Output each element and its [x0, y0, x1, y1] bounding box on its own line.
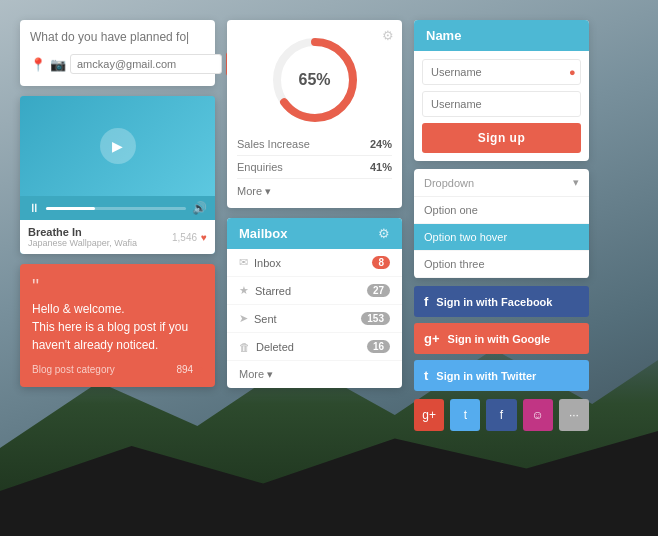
volume-icon[interactable]: 🔊	[192, 201, 207, 215]
google-icon: g+	[424, 331, 440, 346]
facebook-icon: f	[424, 294, 428, 309]
facebook-small-icon[interactable]: f	[486, 399, 516, 431]
settings-icon[interactable]: ⚙	[382, 28, 394, 43]
mail-item-starred[interactable]: ★ Starred 27	[227, 277, 402, 305]
twitter-small-icon[interactable]: t	[450, 399, 480, 431]
column-1: 📍 📷 ➤ ▶ ⏸ 🔊 Breathe In Japanese	[20, 20, 215, 516]
form-header: Name	[414, 20, 589, 51]
twitter-label: Sign in with Twitter	[436, 370, 536, 382]
dropdown-option-3[interactable]: Option three	[414, 251, 589, 278]
dropdown-card: Dropdown ▾ Option one Option two hover O…	[414, 169, 589, 278]
google-label: Sign in with Google	[448, 333, 551, 345]
track-title: Breathe In	[28, 226, 137, 238]
stat-value-0: 24%	[370, 138, 392, 150]
blog-text: Hello & welcome. This here is a blog pos…	[32, 300, 203, 354]
inbox-icon: ✉	[239, 256, 248, 269]
progress-bar[interactable]	[46, 207, 186, 210]
starred-icon: ★	[239, 284, 249, 297]
player-controls: ⏸ 🔊	[20, 196, 215, 220]
gplus-small-icon[interactable]: g+	[414, 399, 444, 431]
mail-item-left: ✉ Inbox	[239, 256, 281, 269]
mailbox-settings-icon[interactable]: ⚙	[378, 226, 390, 241]
stats-more-link[interactable]: More ▾	[237, 185, 271, 198]
mailbox-header: Mailbox ⚙	[227, 218, 402, 249]
form-body: ● Sign up	[414, 51, 589, 161]
progress-percent: 65%	[298, 71, 330, 89]
heart-icon[interactable]: ♥	[201, 232, 207, 243]
deleted-badge: 16	[367, 340, 390, 353]
username-field-wrapper: ●	[422, 59, 581, 85]
stat-label-1: Enquiries	[237, 161, 283, 173]
deleted-icon: 🗑	[239, 341, 250, 353]
search-input[interactable]	[30, 30, 205, 44]
pause-button[interactable]: ⏸	[28, 201, 40, 215]
camera-icon[interactable]: 📷	[50, 57, 66, 72]
like-icon[interactable]: ♥	[197, 364, 203, 375]
required-indicator: ●	[569, 66, 576, 78]
location-icon[interactable]: 📍	[30, 57, 46, 72]
sent-label: Sent	[254, 313, 277, 325]
stat-label-0: Sales Increase	[237, 138, 310, 150]
search-toolbar: 📍 📷 ➤	[30, 52, 205, 76]
stat-row: Sales Increase 24%	[237, 133, 392, 156]
dropdown-option-1[interactable]: Option one	[414, 197, 589, 224]
chevron-down-icon: ▾	[573, 176, 579, 189]
player-visual: ▶	[20, 96, 215, 196]
donut-chart: 65%	[270, 35, 360, 125]
instagram-small-icon[interactable]: ☺	[523, 399, 553, 431]
track-subtitle: Japanese Wallpaper, Wafia	[28, 238, 137, 248]
quote-mark: "	[32, 276, 203, 296]
username-input-2[interactable]	[422, 91, 581, 117]
progress-fill	[46, 207, 95, 210]
starred-label: Starred	[255, 285, 291, 297]
signup-button[interactable]: Sign up	[422, 123, 581, 153]
column-2: ⚙ 65% Sales Increase 24% Enquiries 41% M…	[227, 20, 402, 516]
twitter-icon: t	[424, 368, 428, 383]
social-signin-buttons: f Sign in with Facebook g+ Sign in with …	[414, 286, 589, 391]
dropdown-option-2[interactable]: Option two hover	[414, 224, 589, 251]
play-count: 1,546	[172, 232, 197, 243]
username-input-1[interactable]	[431, 66, 569, 78]
player-meta: 1,546 ♥	[172, 232, 207, 243]
mail-item-sent[interactable]: ➤ Sent 153	[227, 305, 402, 333]
dropdown-select[interactable]: Dropdown ▾	[414, 169, 589, 197]
google-signin-button[interactable]: g+ Sign in with Google	[414, 323, 589, 354]
inbox-label: Inbox	[254, 257, 281, 269]
mailbox-more-link[interactable]: More ▾	[227, 361, 402, 388]
twitter-signin-button[interactable]: t Sign in with Twitter	[414, 360, 589, 391]
blog-card: " Hello & welcome. This here is a blog p…	[20, 264, 215, 387]
play-button[interactable]: ▶	[100, 128, 136, 164]
deleted-label: Deleted	[256, 341, 294, 353]
blog-category: Blog post category	[32, 364, 115, 375]
mailbox-card: Mailbox ⚙ ✉ Inbox 8 ★ Starred 27 ➤	[227, 218, 402, 388]
sent-badge: 153	[361, 312, 390, 325]
player-info: Breathe In Japanese Wallpaper, Wafia 1,5…	[20, 220, 215, 254]
count-value: 894	[176, 364, 193, 375]
player-details: Breathe In Japanese Wallpaper, Wafia	[28, 226, 137, 248]
starred-badge: 27	[367, 284, 390, 297]
email-input[interactable]	[70, 54, 222, 74]
stat-value-1: 41%	[370, 161, 392, 173]
blog-footer: Blog post category 894 ♥	[32, 364, 203, 375]
dropdown-label: Dropdown	[424, 177, 474, 189]
facebook-label: Sign in with Facebook	[436, 296, 552, 308]
signup-form-card: Name ● Sign up	[414, 20, 589, 161]
mail-item-inbox[interactable]: ✉ Inbox 8	[227, 249, 402, 277]
small-social-row: g+ t f ☺ ···	[414, 399, 589, 431]
more-small-icon[interactable]: ···	[559, 399, 589, 431]
facebook-signin-button[interactable]: f Sign in with Facebook	[414, 286, 589, 317]
search-card: 📍 📷 ➤	[20, 20, 215, 86]
mail-item-left: 🗑 Deleted	[239, 341, 294, 353]
inbox-badge: 8	[372, 256, 390, 269]
sent-icon: ➤	[239, 312, 248, 325]
stat-row: Enquiries 41%	[237, 156, 392, 179]
mail-item-left: ★ Starred	[239, 284, 291, 297]
mailbox-title: Mailbox	[239, 226, 287, 241]
stats-list: Sales Increase 24% Enquiries 41%	[237, 133, 392, 179]
mail-item-left: ➤ Sent	[239, 312, 277, 325]
blog-count: 894 ♥	[176, 364, 203, 375]
mail-item-deleted[interactable]: 🗑 Deleted 16	[227, 333, 402, 361]
progress-card: ⚙ 65% Sales Increase 24% Enquiries 41% M…	[227, 20, 402, 208]
player-card: ▶ ⏸ 🔊 Breathe In Japanese Wallpaper, Waf…	[20, 96, 215, 254]
column-3: Name ● Sign up Dropdown ▾ Option one Opt…	[414, 20, 589, 516]
